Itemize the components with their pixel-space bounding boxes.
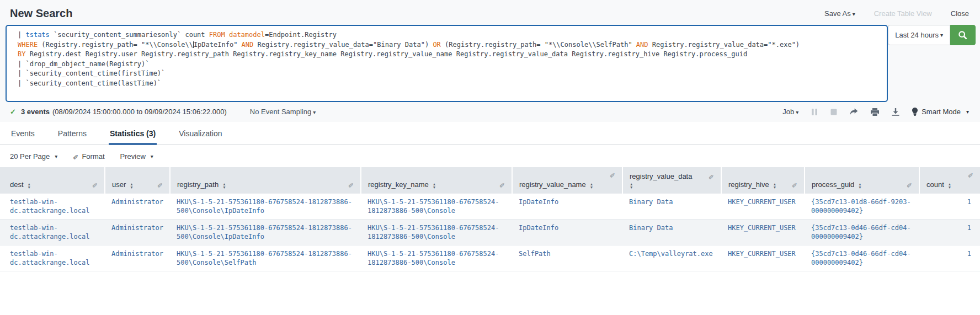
cell-dest[interactable]: testlab-win-dc.attackrange.local (0, 194, 105, 220)
format-button[interactable]: ✎Format (73, 152, 104, 161)
cell-registry_hive[interactable]: HKEY_CURRENT_USER (721, 220, 805, 245)
query-token: | `security_content_ctime(lastTime)` (18, 79, 161, 87)
sort-icon[interactable]: ▲▼ (222, 183, 226, 189)
edit-column-icon[interactable]: ✎ (153, 180, 163, 189)
query-line: | `drop_dm_object_name(Registry)` (18, 60, 880, 70)
preview-dropdown[interactable]: Preview▾ (120, 152, 153, 161)
cell-registry_value_name[interactable]: SelfPath (512, 245, 622, 271)
cell-registry_key_name[interactable]: HKU\S-1-5-21-575361180-676758524-1812873… (361, 220, 512, 245)
sort-icon[interactable]: ▲▼ (433, 183, 436, 189)
edit-column-icon[interactable]: ✎ (787, 180, 797, 189)
cell-process_guid[interactable]: {35cd7c13-01d8-66df-9203-000000009402} (805, 194, 919, 220)
query-token: AND (242, 41, 254, 49)
tab-events[interactable]: Events (10, 122, 36, 145)
sort-icon[interactable]: ▲▼ (130, 183, 133, 189)
sort-icon[interactable]: ▲▼ (773, 183, 776, 189)
cell-user[interactable]: Administrator (105, 220, 170, 245)
pencil-icon: ✎ (73, 153, 78, 161)
column-label: dest (10, 180, 24, 189)
query-line: | `security_content_ctime(firstTime)` (18, 69, 880, 79)
query-line: BY Registry.dest Registry.user Registry.… (18, 50, 880, 60)
share-icon[interactable] (850, 108, 858, 115)
chevron-down-icon: ▾ (796, 109, 798, 115)
column-header-process_guid[interactable]: process_guid▲▼✎ (805, 167, 919, 194)
edit-column-icon[interactable]: ✎ (88, 180, 98, 189)
query-token: tstats (25, 31, 49, 39)
sort-icon[interactable]: ▲▼ (590, 183, 593, 189)
query-token: =Endpoint.Registry (265, 31, 337, 39)
save-as-button[interactable]: Save As▾ (824, 9, 855, 18)
query-token (225, 31, 229, 39)
edit-column-icon[interactable]: ✎ (495, 180, 505, 189)
events-count: 3 events (21, 108, 50, 116)
cell-dest[interactable]: testlab-win-dc.attackrange.local (0, 245, 105, 271)
edit-column-icon[interactable]: ✎ (519, 170, 615, 179)
column-header-registry_value_data[interactable]: registry_value_data▲▼✎ (622, 167, 721, 194)
query-token: (Registry.registry_path= "*\\Console\\Se… (441, 41, 636, 49)
cell-dest[interactable]: testlab-win-dc.attackrange.local (0, 220, 105, 245)
edit-column-icon[interactable]: ✎ (902, 180, 912, 189)
query-token: WHERE (18, 41, 38, 49)
cell-user[interactable]: Administrator (105, 245, 170, 271)
cell-registry_key_name[interactable]: HKU\S-1-5-21-575361180-676758524-1812873… (361, 194, 512, 220)
column-header-registry_hive[interactable]: registry_hive▲▼✎ (721, 167, 805, 194)
cell-count[interactable]: 1 (919, 220, 980, 245)
sort-icon[interactable]: ▲▼ (858, 183, 861, 189)
page-title: New Search (10, 7, 72, 20)
tab-patterns[interactable]: Patterns (57, 122, 88, 145)
tab-visualization[interactable]: Visualization (178, 122, 223, 145)
cell-user[interactable]: Administrator (105, 194, 170, 220)
column-label: user (112, 180, 126, 189)
cell-registry_path[interactable]: HKU\S-1-5-21-575361180-676758524-1812873… (170, 245, 361, 271)
cell-registry_hive[interactable]: HKEY_CURRENT_USER (721, 245, 805, 271)
edit-column-icon[interactable]: ✎ (926, 170, 973, 179)
cell-registry_value_data[interactable]: C:\Temp\valleyrat.exe (622, 245, 721, 271)
query-token: OR (433, 41, 440, 49)
sort-icon[interactable]: ▲▼ (630, 183, 714, 189)
topbar: New Search Save As▾ Create Table View Cl… (0, 0, 980, 25)
cell-registry_value_name[interactable]: IpDateInfo (512, 194, 622, 220)
search-mode-dropdown[interactable]: Smart Mode▾ (912, 108, 969, 116)
cell-registry_value_data[interactable]: Binary Data (622, 220, 721, 245)
print-icon[interactable] (871, 108, 879, 116)
edit-column-icon[interactable]: ✎ (344, 180, 354, 189)
cell-process_guid[interactable]: {35cd7c13-0d46-66df-cd04-000000009402} (805, 220, 919, 245)
search-query-input[interactable]: | tstats `security_content_summariesonly… (6, 25, 888, 102)
per-page-dropdown[interactable]: 20 Per Page▾ (10, 152, 57, 161)
query-token: BY (18, 50, 25, 58)
stop-icon (830, 109, 837, 115)
column-header-dest[interactable]: dest▲▼✎ (0, 167, 105, 194)
table-body: testlab-win-dc.attackrange.localAdminist… (0, 194, 980, 271)
edit-column-icon[interactable]: ✎ (704, 172, 714, 180)
chevron-down-icon: ▾ (853, 11, 855, 17)
close-button[interactable]: Close (951, 9, 969, 18)
column-header-registry_value_name[interactable]: registry_value_name▲▼✎ (512, 167, 622, 194)
column-header-count[interactable]: count▲▼✎ (919, 167, 980, 194)
cell-registry_value_data[interactable]: Binary Data (622, 194, 721, 220)
cell-registry_key_name[interactable]: HKU\S-1-5-21-575361180-676758524-1812873… (361, 245, 512, 271)
column-header-user[interactable]: user▲▼✎ (105, 167, 170, 194)
cell-registry_value_name[interactable]: IpDateInfo (512, 220, 622, 245)
query-token: | (18, 31, 25, 39)
cell-registry_path[interactable]: HKU\S-1-5-21-575361180-676758524-1812873… (170, 194, 361, 220)
event-sampling-dropdown[interactable]: No Event Sampling▾ (250, 108, 316, 116)
time-range-picker[interactable]: Last 24 hours▾ (888, 25, 950, 45)
job-status-bar: ✓ 3 events (08/09/2024 15:00:00.000 to 0… (0, 102, 980, 121)
cell-registry_path[interactable]: HKU\S-1-5-21-575361180-676758524-1812873… (170, 220, 361, 245)
cell-count[interactable]: 1 (919, 245, 980, 271)
sort-icon[interactable]: ▲▼ (28, 183, 31, 189)
column-header-registry_path[interactable]: registry_path▲▼✎ (170, 167, 361, 194)
export-download-icon[interactable] (892, 108, 899, 116)
lightbulb-icon (912, 108, 918, 116)
cell-process_guid[interactable]: {35cd7c13-0d46-66df-cd04-000000009402} (805, 245, 919, 271)
chevron-down-icon: ▾ (151, 153, 153, 159)
cell-registry_hive[interactable]: HKEY_CURRENT_USER (721, 194, 805, 220)
success-check-icon: ✓ (10, 108, 16, 116)
job-menu[interactable]: Job▾ (782, 108, 798, 116)
column-label: registry_value_name (519, 180, 586, 189)
search-button[interactable] (950, 25, 976, 45)
tab-statistics[interactable]: Statistics (3) (109, 122, 157, 145)
sort-icon[interactable]: ▲▼ (948, 183, 951, 189)
column-header-registry_key_name[interactable]: registry_key_name▲▼✎ (361, 167, 512, 194)
cell-count[interactable]: 1 (919, 194, 980, 220)
